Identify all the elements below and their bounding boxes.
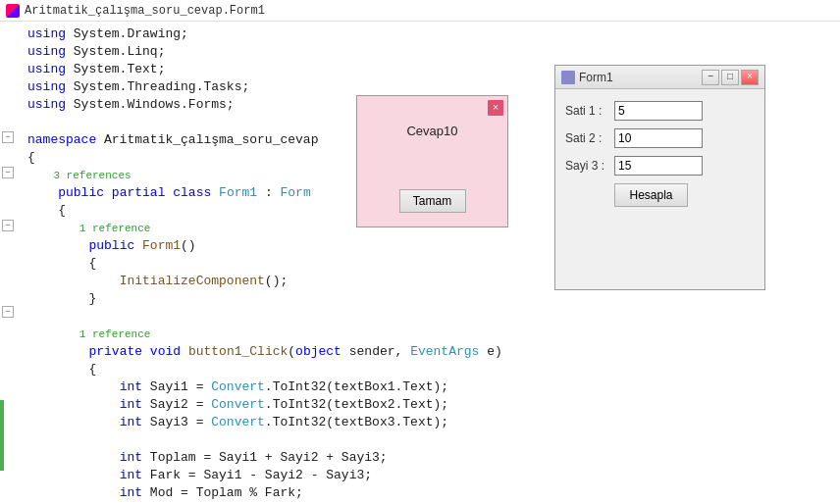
collapse-btn1[interactable]: − xyxy=(2,306,14,318)
form1-title: Form1 xyxy=(579,71,700,84)
code-line-s2: int Sayi2 = Convert.ToInt32(textBox2.Tex… xyxy=(27,396,522,414)
title-bar: Aritmatik_çalışma_soru_cevap.Form1 xyxy=(0,0,840,22)
code-line-btn: private void button1_Click(object sender… xyxy=(27,343,522,361)
code-line-init: InitializeComponent(); xyxy=(27,273,522,290)
dialog-close-button[interactable]: × xyxy=(488,100,503,116)
code-line-blank3 xyxy=(27,431,522,449)
code-line-using2: using System.Linq; xyxy=(27,43,522,61)
code-line-s3: int Sayi3 = Convert.ToInt32(textBox3.Tex… xyxy=(27,414,522,431)
form-row-2: Sati 2 : xyxy=(565,128,755,148)
label-sati1: Sati 1 : xyxy=(565,104,614,118)
title-text: Aritmatik_çalışma_soru_cevap.Form1 xyxy=(25,4,265,18)
form1-window: Form1 − □ × Sati 1 : Sati 2 : Sayi 3 : H… xyxy=(554,65,765,290)
minimize-button[interactable]: − xyxy=(702,70,719,85)
dialog-ok-button[interactable]: Tamam xyxy=(399,189,466,213)
code-line-brace4: } xyxy=(27,290,522,308)
collapse-ctor[interactable]: − xyxy=(2,220,14,231)
code-line-blank2 xyxy=(27,308,522,326)
code-line-s1: int Sayi1 = Convert.ToInt32(textBox1.Tex… xyxy=(27,378,522,396)
collapse-class[interactable]: − xyxy=(2,167,14,178)
form1-icon xyxy=(561,71,575,84)
label-sayi3: Sayi 3 : xyxy=(565,159,614,173)
code-line-using3: using System.Text; xyxy=(27,61,522,78)
maximize-button[interactable]: □ xyxy=(721,70,739,85)
dialog-message: Cevap10 xyxy=(357,124,507,138)
code-editor: using System.Drawing; using System.Linq;… xyxy=(0,22,530,504)
form-row-3: Sayi 3 : xyxy=(565,156,755,176)
code-line-fark: int Fark = Sayi1 - Sayi2 - Sayi3; xyxy=(27,467,522,484)
code-line-ctor: public Form1() xyxy=(27,237,522,255)
code-line-brace3: { xyxy=(27,255,522,273)
code-line-mod: int Mod = Toplam % Fark; xyxy=(27,484,522,502)
label-sati2: Sati 2 : xyxy=(565,131,614,145)
code-line-brace5: { xyxy=(27,361,522,378)
collapse-namespace[interactable]: − xyxy=(2,131,14,143)
input-sayi3[interactable] xyxy=(614,156,703,176)
form1-titlebar: Form1 − □ × xyxy=(555,66,764,89)
message-dialog: × Cevap10 Tamam xyxy=(356,95,508,227)
form1-close-button[interactable]: × xyxy=(741,70,759,85)
form1-body: Sati 1 : Sati 2 : Sayi 3 : Hesapla xyxy=(555,89,764,219)
code-line-using1: using System.Drawing; xyxy=(27,25,522,43)
input-sati2[interactable] xyxy=(614,128,703,148)
code-line-toplam: int Toplam = Sayi1 + Sayi2 + Sayi3; xyxy=(27,449,522,467)
form-row-1: Sati 1 : xyxy=(565,101,755,121)
input-sati1[interactable] xyxy=(614,101,703,121)
app-icon xyxy=(6,4,20,18)
code-area[interactable]: using System.Drawing; using System.Linq;… xyxy=(20,22,530,504)
code-ref1b: 1 reference xyxy=(27,326,522,343)
green-indicator xyxy=(0,400,4,471)
code-line-using4: using System.Threading.Tasks; xyxy=(27,78,522,96)
hesapla-button[interactable]: Hesapla xyxy=(614,183,688,207)
